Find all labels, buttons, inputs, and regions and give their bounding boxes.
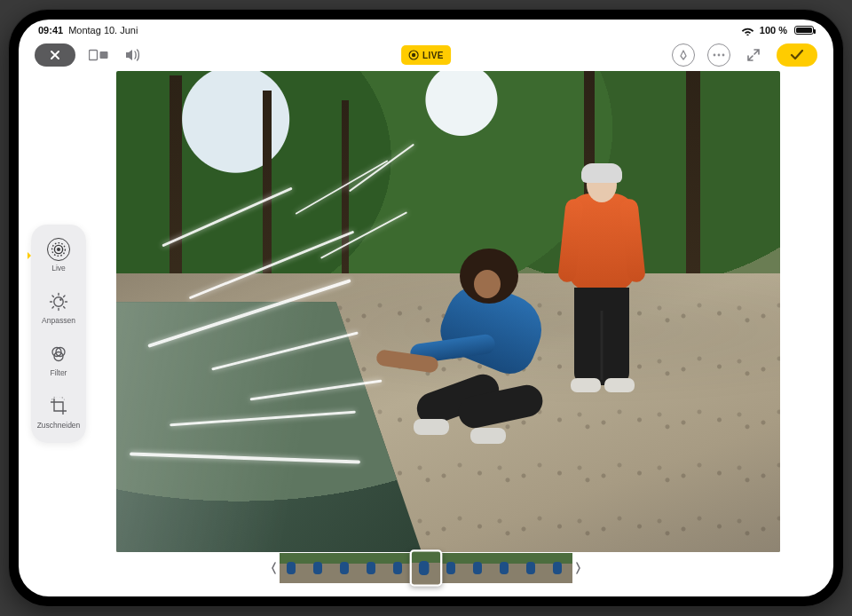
svg-point-10 <box>54 297 63 306</box>
mode-label: Anpassen <box>42 316 75 325</box>
scrubber-frame[interactable] <box>359 553 386 583</box>
svg-line-18 <box>52 307 53 308</box>
svg-line-15 <box>52 296 53 296</box>
scrubber-frame[interactable] <box>333 553 359 583</box>
aspect-compare-button[interactable] <box>88 44 109 66</box>
mode-label: Live <box>51 264 66 272</box>
markup-button[interactable] <box>672 43 695 67</box>
speaker-icon <box>124 48 140 62</box>
svg-point-3 <box>412 53 415 57</box>
mode-label: Filter <box>51 368 67 377</box>
volume-button[interactable] <box>122 44 143 66</box>
wifi-icon <box>741 26 754 36</box>
svg-point-6 <box>722 54 725 57</box>
photo-person-standing <box>555 167 652 398</box>
device-frame: 09:41 Montag 10. Juni 100 % <box>9 10 843 606</box>
mode-crop[interactable]: Zuschneiden <box>35 391 83 434</box>
editor-content: Live Anpassen Filter <box>19 71 833 596</box>
scrubber-handle-left[interactable] <box>267 550 280 586</box>
svg-point-19 <box>59 298 62 301</box>
svg-point-5 <box>718 54 721 57</box>
scrubber-frame[interactable] <box>519 553 546 583</box>
adjust-icon <box>47 290 70 313</box>
scrubber-frame[interactable] <box>306 553 333 583</box>
svg-rect-0 <box>90 51 98 60</box>
status-time: 09:41 <box>38 25 63 36</box>
mode-label: Zuschneiden <box>37 421 81 430</box>
chevron-left-icon <box>270 557 277 579</box>
live-mode-icon <box>47 238 70 261</box>
expand-icon <box>746 48 761 62</box>
status-bar: 09:41 Montag 10. Juni 100 % <box>19 20 833 39</box>
markup-pen-icon <box>678 50 689 60</box>
cancel-button[interactable] <box>35 43 75 67</box>
done-button[interactable] <box>777 43 817 67</box>
scrubber-frame[interactable] <box>493 553 519 583</box>
mode-adjust[interactable]: Anpassen <box>35 286 83 329</box>
screen: 09:41 Montag 10. Juni 100 % <box>19 20 833 596</box>
chevron-right-icon <box>575 557 582 579</box>
close-icon <box>50 50 60 60</box>
photo-person-crouching <box>408 254 559 467</box>
battery-icon <box>793 26 814 35</box>
svg-point-9 <box>57 248 60 251</box>
live-badge-label: LIVE <box>422 51 444 60</box>
scrubber-frame[interactable] <box>280 553 306 583</box>
fullscreen-button[interactable] <box>743 44 764 66</box>
photo-preview <box>116 71 780 552</box>
live-dot-icon <box>408 50 419 60</box>
crop-icon <box>47 395 70 418</box>
editor-toolbar: LIVE <box>19 39 833 71</box>
svg-line-16 <box>64 307 65 308</box>
scrubber-frame[interactable] <box>546 553 572 583</box>
mode-filter[interactable]: Filter <box>35 338 83 382</box>
photo-canvas[interactable] <box>116 71 780 552</box>
edit-mode-sidebar: Live Anpassen Filter <box>31 225 86 443</box>
more-button[interactable] <box>707 43 730 67</box>
battery-percentage: 100 % <box>760 25 787 36</box>
svg-line-17 <box>64 296 65 296</box>
scrubber-handle-right[interactable] <box>572 550 585 586</box>
live-frame-scrubber[interactable] <box>267 550 585 586</box>
scrubber-frame[interactable] <box>386 553 413 583</box>
checkmark-icon <box>790 50 804 60</box>
status-date: Montag 10. Juni <box>68 25 138 36</box>
aspect-icon <box>89 49 108 61</box>
svg-point-4 <box>714 54 716 57</box>
filter-icon <box>47 343 70 366</box>
mode-live[interactable]: Live <box>35 233 83 277</box>
svg-rect-1 <box>100 51 108 59</box>
scrubber-frame[interactable] <box>439 553 466 583</box>
live-badge[interactable]: LIVE <box>401 45 451 65</box>
ellipsis-icon <box>713 53 725 57</box>
scrubber-frame[interactable] <box>411 550 442 585</box>
scrubber-frame[interactable] <box>466 553 493 583</box>
